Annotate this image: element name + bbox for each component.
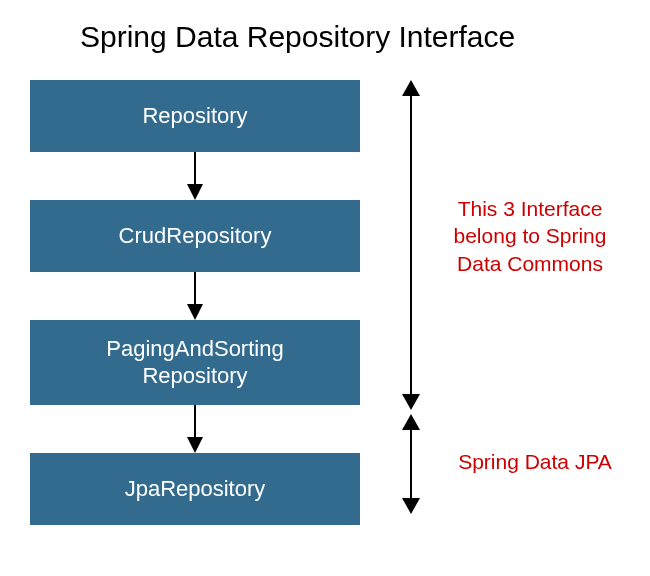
box-paging-label: PagingAndSorting Repository xyxy=(106,336,283,389)
diagram-title: Spring Data Repository Interface xyxy=(80,20,515,54)
box-crud-label: CrudRepository xyxy=(119,223,272,249)
svg-marker-5 xyxy=(187,437,203,453)
arrow-down-icon xyxy=(185,152,205,200)
box-paging-repository: PagingAndSorting Repository xyxy=(30,320,360,405)
bracket-commons xyxy=(410,84,412,398)
box-paging-line2: Repository xyxy=(142,363,247,388)
arrowhead-down-icon xyxy=(402,394,420,410)
annotation-commons-line3: Data Commons xyxy=(457,252,603,275)
bracket-jpa xyxy=(410,418,412,502)
arrowhead-up-icon xyxy=(402,80,420,96)
arrow-repo-to-crud xyxy=(30,152,360,200)
box-repository: Repository xyxy=(30,80,360,152)
annotation-commons-line2: belong to Spring xyxy=(454,224,607,247)
annotation-jpa: Spring Data JPA xyxy=(445,448,625,475)
arrow-down-icon xyxy=(185,272,205,320)
annotation-commons-line1: This 3 Interface xyxy=(458,197,603,220)
box-crud-repository: CrudRepository xyxy=(30,200,360,272)
annotation-commons: This 3 Interface belong to Spring Data C… xyxy=(440,195,620,277)
box-repository-label: Repository xyxy=(142,103,247,129)
arrowhead-up-icon xyxy=(402,414,420,430)
box-paging-line1: PagingAndSorting xyxy=(106,336,283,361)
arrow-down-icon xyxy=(185,405,205,453)
box-jpa-repository: JpaRepository xyxy=(30,453,360,525)
arrow-crud-to-paging xyxy=(30,272,360,320)
arrowhead-down-icon xyxy=(402,498,420,514)
box-jpa-label: JpaRepository xyxy=(125,476,266,502)
annotation-jpa-text: Spring Data JPA xyxy=(458,450,612,473)
arrow-paging-to-jpa xyxy=(30,405,360,453)
svg-marker-1 xyxy=(187,184,203,200)
svg-marker-3 xyxy=(187,304,203,320)
